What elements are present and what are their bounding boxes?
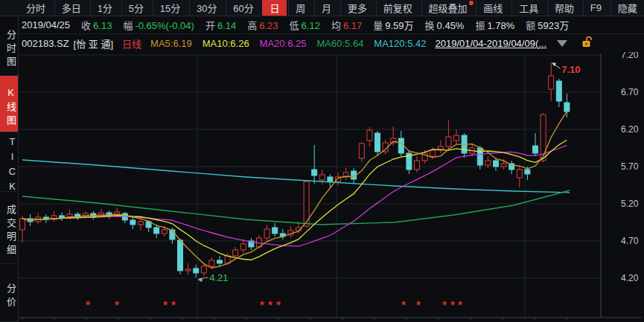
top-toolbar: 分时多日1分5分15分30分60分日周月更多前复权超级叠加画线工具帮助F9隐藏 [0,0,644,16]
toolbar-tab-4[interactable]: 15分 [153,0,187,16]
toolbar-tab-3[interactable]: 5分 [121,0,150,16]
quote-field-0: 收6.13 [81,18,112,32]
svg-text:★: ★ [450,299,456,307]
svg-text:4.21: 4.21 [209,272,228,283]
toolbar-tab-13[interactable]: 画线 [476,0,509,16]
svg-text:★: ★ [457,299,464,307]
quote-field-5: 均6.17 [331,18,362,32]
ma-label-0: MA5:6.19 [150,38,192,49]
notification-dot-icon [469,1,474,5]
stock-symbol: 002183.SZ [22,38,69,49]
svg-text:5.70: 5.70 [621,161,639,172]
svg-text:★: ★ [267,299,274,307]
toolbar-tab-12[interactable]: 超级叠加 [421,0,474,16]
ma-label-1: MA10:6.26 [203,38,249,49]
quote-field-9: 额5923万 [526,18,569,32]
svg-text:5.20: 5.20 [621,199,639,209]
quote-date: 2019/04/25 [22,19,70,30]
quote-field-1: 幅-0.65%(-0.04) [123,18,194,32]
svg-text:★: ★ [259,299,266,307]
sidebar-item-0[interactable]: 分时图 [0,16,18,76]
ma-label-4: MA120:5.42 [374,38,426,49]
candlestick-chart[interactable]: 7.206.706.205.705.204.704.207.104.21★★★★… [18,52,644,322]
svg-text:★: ★ [85,299,92,307]
toolbar-tab-11[interactable]: 前复权 [376,0,419,16]
toolbar-tab-9[interactable]: 月 [314,0,338,16]
toolbar-tab-2[interactable]: 1分 [90,0,119,16]
toolbar-tab-8[interactable]: 周 [288,0,312,16]
svg-text:7.20: 7.20 [621,52,639,60]
sidebar-item-3[interactable]: 成交明细 [0,192,18,264]
stock-name: [怡 亚 通] [74,36,113,51]
svg-text:4.20: 4.20 [621,273,639,283]
svg-text:6.20: 6.20 [621,124,639,135]
svg-text:4.70: 4.70 [621,236,639,246]
toolbar-tab-1[interactable]: 多日 [54,0,88,16]
ma-label-2: MA20:6.25 [260,38,307,49]
svg-text:★: ★ [170,299,177,307]
toolbar-tab-5[interactable]: 30分 [189,0,223,16]
toolbar-tab-6[interactable]: 60分 [226,0,260,16]
toolbar-tab-15[interactable]: 帮助 [547,0,581,16]
sidebar-item-4[interactable]: 分价 [0,264,18,322]
quote-field-3: 高6.23 [247,18,278,32]
toolbar-tab-7[interactable]: 日 [262,0,286,16]
svg-text:★: ★ [162,299,169,307]
svg-text:7.10: 7.10 [561,64,580,75]
quote-field-8: 振1.78% [475,18,514,32]
unlock-icon[interactable] [581,36,593,50]
quote-field-7: 换0.45% [425,18,465,32]
ma-legend: MA5:6.19MA10:6.26MA20:6.25MA60:5.64MA120… [150,38,426,49]
date-range-link[interactable]: 2019/01/04-2019/04/09(... [435,38,546,49]
sidebar-item-2[interactable]: TICK [0,132,18,192]
svg-text:★: ★ [114,299,121,307]
toolbar-tab-17[interactable]: 隐藏 [610,0,644,16]
view-sidebar: 分时图K线图TICK成交明细分价 [0,16,19,322]
toolbar-tab-10[interactable]: 更多 [340,0,374,16]
quote-field-2: 开6.14 [205,18,236,32]
chevron-down-icon[interactable] [557,40,567,47]
svg-text:★: ★ [401,299,407,307]
chart-header: 002183.SZ [怡 亚 通] 日线 MA5:6.19MA10:6.26MA… [18,34,644,52]
svg-text:★: ★ [275,299,282,307]
quote-field-6: 量9.59万 [373,18,413,32]
toolbar-tab-14[interactable]: 工具 [511,0,545,16]
svg-text:6.70: 6.70 [621,87,639,97]
toolbar-tab-0[interactable]: 分时 [19,0,52,16]
sidebar-item-1[interactable]: K线图 [0,76,18,132]
svg-text:★: ★ [415,299,422,307]
quote-field-4: 低6.12 [290,18,320,32]
toolbar-tab-16[interactable]: F9 [583,0,608,16]
period-label: 日线 [122,36,141,51]
svg-text:★: ★ [441,299,448,307]
ma-label-3: MA60:5.64 [316,38,363,49]
quote-info-bar: 2019/04/25 收6.13幅-0.65%(-0.04)开6.14高6.23… [18,16,644,34]
